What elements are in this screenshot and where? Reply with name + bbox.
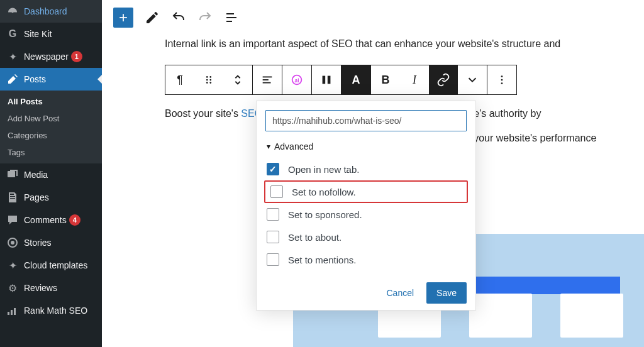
sidebar-sub-all-posts[interactable]: All Posts <box>0 93 102 110</box>
newspaper-icon: ✦ <box>6 50 19 63</box>
svg-point-15 <box>209 82 211 84</box>
svg-rect-5 <box>11 310 13 315</box>
svg-point-24 <box>501 79 503 80</box>
checkbox-checked-icon[interactable] <box>267 163 279 175</box>
sidebar-item-pages[interactable]: Pages <box>0 186 102 209</box>
sidebar-submenu-posts: All Posts Add New Post Categories Tags <box>0 91 102 163</box>
sidebar-item-posts[interactable]: Posts <box>0 68 102 91</box>
advanced-label: Advanced <box>274 141 313 151</box>
svg-rect-6 <box>14 308 16 315</box>
content-line-1: Internal link is an important aspect of … <box>165 35 625 53</box>
popover-actions: Cancel Save <box>265 282 467 304</box>
paragraph-block-icon[interactable]: ¶ <box>165 65 194 94</box>
sidebar-item-label: Posts <box>24 74 46 84</box>
sidebar-item-media[interactable]: Media <box>0 163 102 186</box>
sidebar-item-rank-math[interactable]: Rank Math SEO <box>0 299 102 322</box>
italic-icon[interactable]: I <box>400 65 429 94</box>
svg-rect-9 <box>226 21 232 22</box>
save-button[interactable]: Save <box>426 282 467 304</box>
checkbox-icon[interactable] <box>267 208 279 221</box>
svg-point-13 <box>209 79 211 80</box>
sidebar-item-newspaper[interactable]: ✦ Newspaper 1 <box>0 45 102 68</box>
sidebar-item-label: Comments <box>24 215 67 225</box>
cancel-button[interactable]: Cancel <box>380 283 420 303</box>
reviews-icon: ⚙ <box>6 282 19 294</box>
add-block-button[interactable]: + <box>113 8 133 28</box>
block-toolbar: ¶ ai <box>165 65 517 95</box>
option-label: Open in new tab. <box>288 164 359 175</box>
admin-sidebar: Dashboard G Site Kit ✦ Newspaper 1 Posts… <box>0 0 102 347</box>
redo-icon <box>197 10 213 25</box>
sidebar-item-label: Site Kit <box>24 29 52 39</box>
pages-icon <box>6 191 19 204</box>
text-color-icon[interactable]: A <box>341 65 370 94</box>
comments-icon <box>6 214 19 226</box>
sidebar-item-label: Pages <box>24 192 49 202</box>
sidebar-item-label: Dashboard <box>24 6 67 16</box>
sidebar-sub-categories[interactable]: Categories <box>0 127 102 144</box>
media-icon <box>6 168 19 181</box>
svg-point-14 <box>206 82 208 84</box>
svg-rect-18 <box>263 82 271 83</box>
checkbox-icon[interactable] <box>270 185 283 198</box>
sidebar-item-label: Rank Math SEO <box>24 306 87 316</box>
stories-icon <box>6 236 19 249</box>
bold-icon[interactable]: B <box>371 65 400 94</box>
update-badge: 1 <box>71 51 82 62</box>
sidebar-item-label: Media <box>24 170 48 180</box>
link-settings-popover: ▾ Advanced Open in new tab. Set to nofol… <box>256 101 476 311</box>
svg-point-23 <box>501 75 503 77</box>
chevron-down-icon[interactable] <box>458 65 487 94</box>
sidebar-item-comments[interactable]: Comments 4 <box>0 209 102 231</box>
svg-rect-4 <box>8 312 9 315</box>
posts-icon <box>6 73 19 85</box>
option-sponsored[interactable]: Set to sponsored. <box>265 203 467 226</box>
sidebar-item-stories[interactable]: Stories <box>0 231 102 254</box>
drag-handle-icon[interactable] <box>194 65 223 94</box>
sidebar-sub-add-new[interactable]: Add New Post <box>0 110 102 127</box>
checkbox-icon[interactable] <box>267 231 279 243</box>
move-up-down-icon[interactable] <box>223 65 252 94</box>
option-label: Set to about. <box>288 232 341 243</box>
undo-icon[interactable] <box>171 10 186 25</box>
svg-rect-21 <box>323 75 326 84</box>
svg-rect-22 <box>328 75 331 84</box>
svg-point-10 <box>206 76 208 78</box>
option-mentions[interactable]: Set to mentions. <box>265 248 467 271</box>
advanced-toggle[interactable]: ▾ Advanced <box>265 141 467 151</box>
svg-text:ai: ai <box>295 77 299 83</box>
svg-rect-7 <box>226 13 234 14</box>
checkbox-icon[interactable] <box>267 253 279 266</box>
link-icon[interactable] <box>429 65 458 94</box>
sidebar-item-dashboard[interactable]: Dashboard <box>0 0 102 23</box>
chevron-down-icon: ▾ <box>267 142 270 151</box>
dashboard-icon <box>6 5 19 18</box>
sidebar-item-reviews[interactable]: ⚙ Reviews <box>0 277 102 299</box>
sidebar-item-sitekit[interactable]: G Site Kit <box>0 23 102 45</box>
svg-rect-17 <box>263 79 269 80</box>
sidebar-item-cloud-templates[interactable]: ✦ Cloud templates <box>0 254 102 277</box>
cloud-templates-icon: ✦ <box>6 259 19 272</box>
option-label: Set to nofollow. <box>292 187 356 197</box>
option-about[interactable]: Set to about. <box>265 226 467 248</box>
svg-point-3 <box>11 241 14 245</box>
svg-point-11 <box>209 76 211 78</box>
option-label: Set to mentions. <box>288 255 356 265</box>
editor-main: + Internal link is an important aspect o… <box>102 0 644 347</box>
sidebar-item-label: Newspaper <box>24 52 69 62</box>
link-url-input[interactable] <box>265 110 467 131</box>
sidebar-sub-tags[interactable]: Tags <box>0 144 102 161</box>
ai-assist-icon[interactable]: ai <box>282 65 311 94</box>
align-icon[interactable] <box>253 65 282 94</box>
sitekit-icon: G <box>6 28 19 40</box>
svg-point-25 <box>501 82 503 84</box>
svg-point-12 <box>206 79 208 80</box>
document-overview-icon[interactable] <box>224 10 239 25</box>
more-options-icon[interactable] <box>487 65 516 94</box>
option-nofollow[interactable]: Set to nofollow. <box>264 180 468 203</box>
editor-topbar: + <box>102 0 644 35</box>
columns-icon[interactable] <box>312 65 341 94</box>
option-open-new-tab[interactable]: Open in new tab. <box>265 158 467 180</box>
edit-mode-icon[interactable] <box>145 10 160 25</box>
sidebar-item-label: Cloud templates <box>24 260 87 270</box>
